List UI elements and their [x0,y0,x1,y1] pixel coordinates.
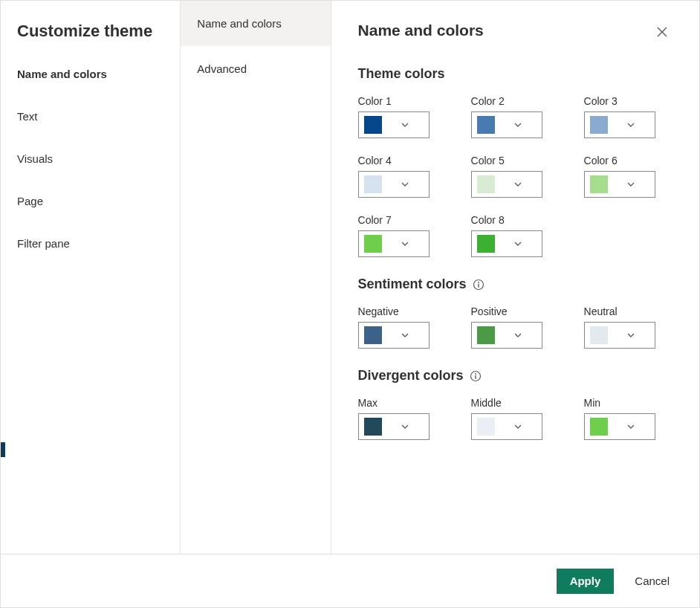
chevron-down-icon [495,239,542,248]
color-picker-dropdown[interactable] [358,171,430,198]
chevron-down-icon [608,180,655,189]
color-swatch [364,235,382,253]
panel-title: Name and colors [358,22,484,39]
section-title-sentiment-colors: Sentiment colors [358,276,673,292]
color-swatch-block: Color 6 [584,155,688,198]
color-swatch-block: Min [584,397,688,440]
color-swatch-label: Color 7 [358,214,462,226]
color-picker-dropdown[interactable] [358,111,430,138]
color-swatch-block: Color 8 [471,214,575,257]
color-swatch-label: Color 6 [584,155,688,166]
category-sidebar: Customize theme Name and colorsTextVisua… [1,1,181,554]
color-picker-dropdown[interactable] [471,230,542,257]
color-picker-dropdown[interactable] [471,413,542,440]
section-title-text: Theme colors [358,66,445,82]
chevron-down-icon [608,422,655,431]
color-swatch-label: Color 3 [584,95,688,107]
color-swatch-label: Middle [471,397,575,409]
color-picker-dropdown[interactable] [584,111,655,138]
color-swatch-block: Color 2 [471,95,575,138]
color-swatch-label: Color 4 [358,155,462,166]
sentiment-colors-grid: NegativePositiveNeutral [358,305,673,349]
color-swatch [364,418,382,436]
color-swatch [590,116,608,134]
category-item-text[interactable]: Text [1,95,180,138]
color-picker-dropdown[interactable] [471,322,542,349]
chevron-down-icon [495,120,542,129]
panel-header: Name and colors [358,22,673,60]
color-swatch-label: Max [358,397,462,409]
dialog-footer: Apply Cancel [1,554,699,607]
color-swatch-block: Neutral [584,305,688,349]
dialog-body: Customize theme Name and colorsTextVisua… [1,1,699,554]
color-swatch [477,326,495,344]
chevron-down-icon [495,180,542,189]
chevron-down-icon [495,422,542,431]
settings-panel: Name and colors Theme colors Color 1Colo… [331,1,699,554]
subcategory-item-name-colors[interactable]: Name and colors [181,1,330,46]
customize-theme-dialog: Customize theme Name and colorsTextVisua… [0,0,700,608]
close-button[interactable] [652,22,673,42]
color-picker-dropdown[interactable] [471,111,542,138]
chevron-down-icon [382,331,429,340]
color-swatch-block: Color 7 [358,214,462,257]
color-picker-dropdown[interactable] [358,230,430,257]
dialog-title: Customize theme [1,1,180,53]
color-swatch [477,175,495,193]
color-swatch-label: Negative [358,305,462,317]
color-swatch-label: Color 5 [471,155,575,166]
color-swatch [590,175,608,193]
svg-rect-4 [478,283,479,287]
section-title-text: Sentiment colors [358,276,467,292]
color-swatch-block: Middle [471,397,575,440]
chevron-down-icon [495,331,542,340]
color-swatch [364,116,382,134]
color-picker-dropdown[interactable] [584,413,655,440]
cancel-button[interactable]: Cancel [635,569,670,594]
section-title-theme-colors: Theme colors [358,66,673,82]
category-item-filter-pane[interactable]: Filter pane [1,222,180,265]
color-picker-dropdown[interactable] [358,322,430,349]
subcategory-sidebar: Name and colorsAdvanced [181,1,331,554]
theme-colors-grid: Color 1Color 2Color 3Color 4Color 5Color… [358,95,673,257]
color-swatch-block: Positive [471,305,575,349]
color-swatch-label: Color 2 [471,95,575,107]
apply-button[interactable]: Apply [557,569,615,594]
sidebar-accent [1,442,5,457]
subcategory-item-advanced[interactable]: Advanced [181,46,330,91]
color-swatch [590,418,608,436]
chevron-down-icon [608,120,655,129]
section-title-divergent-colors: Divergent colors [358,368,673,384]
color-swatch-label: Min [584,397,688,409]
info-icon[interactable] [473,279,485,291]
info-icon[interactable] [470,370,482,382]
color-picker-dropdown[interactable] [584,322,655,349]
close-icon [657,27,667,37]
color-picker-dropdown[interactable] [471,171,542,198]
color-swatch-label: Positive [471,305,575,317]
category-item-name-colors[interactable]: Name and colors [1,53,180,95]
color-swatch-block: Color 5 [471,155,575,198]
color-swatch [477,235,495,253]
color-swatch-block: Negative [358,305,462,349]
category-item-page[interactable]: Page [1,180,180,222]
section-title-text: Divergent colors [358,368,464,384]
color-picker-dropdown[interactable] [358,413,430,440]
color-swatch-label: Color 1 [358,95,462,107]
color-swatch-label: Neutral [584,305,688,317]
svg-point-6 [475,373,476,375]
color-picker-dropdown[interactable] [584,171,655,198]
color-swatch [364,175,382,193]
color-swatch [477,116,495,134]
color-swatch-label: Color 8 [471,214,575,226]
svg-rect-7 [475,375,476,378]
chevron-down-icon [382,180,429,189]
color-swatch [590,326,608,344]
category-item-visuals[interactable]: Visuals [1,138,180,180]
divergent-colors-grid: MaxMiddleMin [358,397,673,440]
color-swatch-block: Color 1 [358,95,462,138]
color-swatch-block: Color 3 [584,95,688,138]
chevron-down-icon [382,239,429,248]
chevron-down-icon [382,422,429,431]
chevron-down-icon [382,120,429,129]
